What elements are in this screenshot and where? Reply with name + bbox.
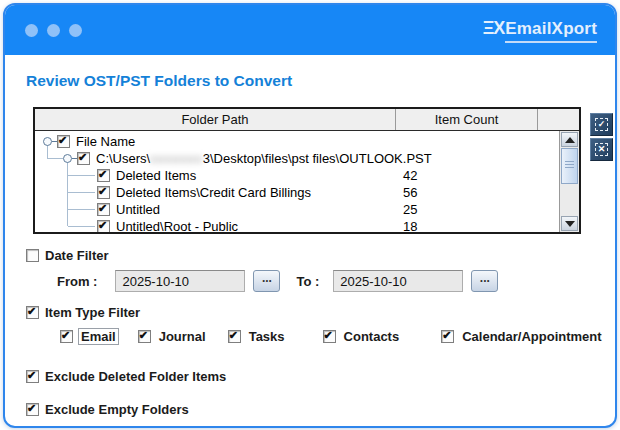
tree-side-buttons: ✓ ✕: [590, 113, 613, 161]
select-all-button[interactable]: ✓: [590, 113, 613, 136]
title-bar: ΞX EmailXport: [5, 5, 615, 55]
item-type-option: Calendar/Appointment: [441, 329, 603, 344]
item-type-checkbox[interactable]: [323, 330, 336, 343]
table-body: File Name C:\Users\xxxxxxx3\Desktop\file…: [35, 131, 579, 232]
folder-checkbox[interactable]: [77, 152, 90, 165]
item-type-label: Journal: [157, 329, 208, 344]
scroll-up-button[interactable]: [561, 132, 578, 147]
uncheck-all-icon: ✕: [595, 143, 608, 156]
folder-checkbox[interactable]: [97, 220, 110, 232]
item-type-filter-label: Item Type Filter: [45, 305, 140, 320]
emailxport-logo-icon: ΞX: [483, 18, 505, 39]
item-type-filter-checkbox[interactable]: [26, 306, 39, 319]
item-type-options-row: Email Journal Tasks Contacts Calendar/Ap…: [60, 329, 595, 344]
to-date-browse-button[interactable]: ...: [471, 270, 498, 292]
folder-checkbox[interactable]: [97, 169, 110, 182]
exclude-deleted-checkbox[interactable]: [26, 370, 39, 383]
exclude-empty-checkbox[interactable]: [26, 403, 39, 416]
tree-expander-icon[interactable]: [81, 201, 97, 218]
table-header: Folder Path Item Count: [35, 109, 579, 131]
item-count-value: 25: [403, 202, 417, 217]
folder-checkbox[interactable]: [57, 135, 70, 148]
window-dot-icon: [47, 24, 60, 37]
item-count-value: 42: [403, 168, 417, 183]
item-count-value: 18: [403, 219, 417, 232]
arrow-up-icon: [565, 137, 575, 143]
folder-path-label: File Name: [76, 134, 135, 149]
folder-checkbox[interactable]: [97, 186, 110, 199]
item-type-checkbox[interactable]: [60, 330, 73, 343]
folder-path-label: Untitled: [116, 202, 160, 217]
item-type-checkbox[interactable]: [228, 330, 241, 343]
emailxport-logo-text: EmailXport: [505, 19, 597, 43]
app-logo: ΞX EmailXport: [483, 18, 597, 43]
from-date-browse-button[interactable]: ...: [253, 270, 280, 292]
item-type-filter-row: Item Type Filter: [26, 305, 595, 320]
main-content: Review OST/PST Folders to Convert Folder…: [5, 55, 615, 417]
folder-table: Folder Path Item Count File Name C:\User…: [33, 107, 581, 234]
table-row[interactable]: Deleted Items\Credit Card Billings 56: [35, 184, 559, 201]
tree-expander-icon[interactable]: [81, 167, 97, 184]
exclude-empty-row: Exclude Empty Folders: [26, 402, 595, 417]
deselect-all-button[interactable]: ✕: [590, 138, 613, 161]
tree-expander-icon[interactable]: [41, 133, 57, 150]
tree-expander-icon[interactable]: [81, 218, 97, 232]
item-count-value: 56: [403, 185, 417, 200]
scrollbar-track[interactable]: [560, 184, 579, 215]
exclude-empty-label: Exclude Empty Folders: [45, 402, 189, 417]
table-row[interactable]: File Name: [35, 133, 559, 150]
to-label: To :: [296, 274, 319, 289]
window-dots: [25, 24, 82, 37]
column-header-stub: [538, 109, 579, 130]
table-row[interactable]: Deleted Items 42: [35, 167, 559, 184]
scrollbar-thumb[interactable]: [561, 148, 578, 184]
date-range-row: From : ... To : ...: [57, 270, 595, 292]
table-row[interactable]: Untitled 25: [35, 201, 559, 218]
item-type-option: Tasks: [228, 329, 287, 344]
item-type-label: Email: [79, 329, 118, 344]
folder-path-label: Deleted Items: [116, 168, 196, 183]
filter-section: Date Filter From : ... To : ... Item Typ…: [25, 248, 595, 417]
item-type-label: Contacts: [342, 329, 402, 344]
arrow-down-icon: [565, 221, 575, 227]
folder-path-label: Untitled\Root - Public: [116, 219, 238, 232]
date-filter-label: Date Filter: [45, 248, 109, 263]
item-type-option: Contacts: [323, 329, 402, 344]
exclude-deleted-row: Exclude Deleted Folder Items: [26, 369, 595, 384]
scroll-down-button[interactable]: [561, 216, 578, 231]
table-row[interactable]: C:\Users\xxxxxxx3\Desktop\files\pst file…: [35, 150, 559, 167]
column-header-item-count: Item Count: [396, 109, 538, 130]
item-type-option: Email: [60, 329, 118, 344]
window-dot-icon: [25, 24, 38, 37]
check-all-icon: ✓: [595, 118, 608, 131]
item-type-label: Calendar/Appointment: [460, 329, 603, 344]
exclude-deleted-label: Exclude Deleted Folder Items: [45, 369, 226, 384]
app-window: ΞX EmailXport Review OST/PST Folders to …: [3, 3, 617, 428]
from-label: From :: [57, 274, 97, 289]
folder-table-wrap: Folder Path Item Count File Name C:\User…: [33, 107, 581, 234]
date-filter-row: Date Filter: [26, 248, 595, 263]
folder-tree: File Name C:\Users\xxxxxxx3\Desktop\file…: [35, 131, 559, 232]
column-header-folder-path: Folder Path: [35, 109, 396, 130]
vertical-scrollbar[interactable]: [559, 131, 579, 232]
item-type-checkbox[interactable]: [138, 330, 151, 343]
item-type-label: Tasks: [247, 329, 287, 344]
item-type-checkbox[interactable]: [441, 330, 454, 343]
tree-expander-icon[interactable]: [81, 184, 97, 201]
folder-path-label: C:\Users\xxxxxxx3\Desktop\files\pst file…: [96, 151, 432, 166]
item-type-option: Journal: [138, 329, 208, 344]
from-date-input[interactable]: [115, 270, 245, 292]
table-row[interactable]: Untitled\Root - Public 18: [35, 218, 559, 232]
folder-path-label: Deleted Items\Credit Card Billings: [116, 185, 311, 200]
to-date-input[interactable]: [333, 270, 463, 292]
folder-checkbox[interactable]: [97, 203, 110, 216]
page-title: Review OST/PST Folders to Convert: [26, 72, 595, 90]
tree-expander-icon[interactable]: [61, 150, 77, 167]
window-dot-icon: [69, 24, 82, 37]
date-filter-checkbox[interactable]: [26, 249, 39, 262]
